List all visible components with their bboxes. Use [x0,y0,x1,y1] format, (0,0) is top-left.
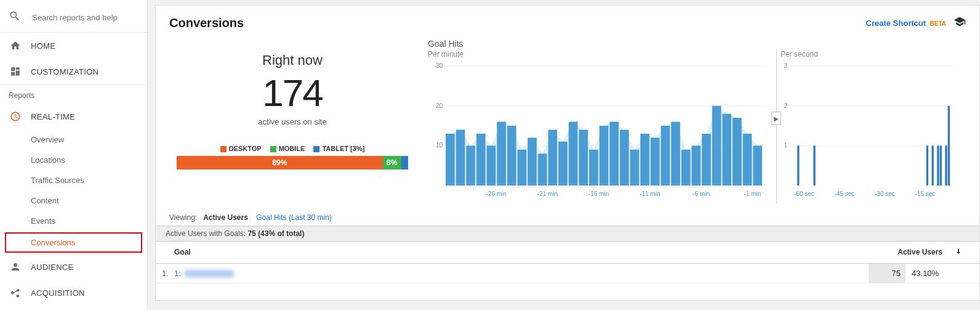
svg-rect-6 [446,134,455,186]
svg-rect-36 [753,145,762,186]
nav-customization-label: CUSTOMIZATION [31,67,98,76]
legend-tablet: TABLET [3%] [313,145,364,152]
svg-rect-17 [558,142,568,186]
svg-rect-24 [630,150,640,186]
nav-audience-label: AUDIENCE [31,263,74,272]
svg-rect-51 [926,145,928,186]
nav-home[interactable]: HOME [0,33,147,59]
bar-mobile: 8% [383,156,401,169]
svg-text:-16 min: -16 min [588,190,609,197]
nav-audience[interactable]: AUDIENCE [0,254,147,280]
nav-acquisition[interactable]: ACQUISITION [0,280,147,306]
svg-rect-15 [538,153,547,186]
col-active-users[interactable]: Active Users [881,242,949,263]
col-goal[interactable]: Goal [156,242,881,263]
bar-tablet [401,156,408,169]
svg-rect-27 [661,126,670,186]
home-icon [9,40,22,51]
goal-link[interactable]: 1: [174,269,234,278]
sidebar-item-events[interactable]: Events [0,211,147,231]
svg-rect-33 [722,114,731,186]
row-index: 1. [156,264,171,283]
svg-text:-15 sec: -15 sec [915,190,936,197]
table-row[interactable]: 1. 1: 75 43.10% [156,264,979,283]
nav-realtime[interactable]: REAL-TIME [0,104,147,129]
chart-per-second: ▶ Per second 123-60 sec-45 sec-30 sec-15… [776,50,966,203]
svg-text:10: 10 [436,142,443,149]
svg-text:30: 30 [436,62,443,69]
graduation-icon[interactable] [954,15,966,30]
viewing-link[interactable]: Goal Hits (Last 30 min) [256,213,332,222]
rightnow-value: 174 [169,71,416,115]
svg-rect-18 [569,122,578,186]
sidebar: HOME CUSTOMIZATION Reports REAL-TIME Ove… [0,0,148,310]
sidebar-item-conversions[interactable]: Conversions [5,232,142,253]
col-sort[interactable] [949,242,979,263]
header-actions: Create Shortcut BETA [866,15,966,30]
svg-rect-31 [702,134,711,186]
row-active-users: 75 [869,264,906,283]
svg-text:3: 3 [784,62,787,69]
svg-text:-1 min: -1 min [744,190,761,197]
svg-rect-16 [548,129,557,186]
svg-rect-14 [528,137,537,186]
page-title: Conversions [169,16,244,30]
svg-rect-32 [712,106,721,186]
goals-summary-bar: Active Users with Goals: 75 (43% of tota… [156,226,979,242]
svg-text:-6 min: -6 min [693,190,710,197]
svg-rect-11 [497,122,506,186]
table-head: Goal Active Users [156,242,979,264]
person-icon [9,261,22,272]
rightnow-sub: active users on site [169,117,416,126]
viewing-row: Viewing: Active Users Goal Hits (Last 30… [169,210,966,226]
svg-rect-54 [940,145,942,186]
per-second-label: Per second [781,50,966,59]
svg-text:20: 20 [436,102,443,109]
panel-header: Conversions Create Shortcut BETA [169,15,966,30]
sidebar-item-content[interactable]: Content [0,190,147,211]
chart-collapse-toggle[interactable]: ▶ [771,112,781,125]
sidebar-item-overview[interactable]: Overview [0,129,147,150]
per-minute-label: Per minute [428,50,773,59]
reports-header: Reports [0,85,147,104]
svg-text:-30 sec: -30 sec [875,190,895,197]
create-shortcut-link[interactable]: Create Shortcut BETA [866,17,946,28]
goals-table: Goal Active Users 1. 1: 75 43.10% [156,242,979,283]
panel: Conversions Create Shortcut BETA Right n… [155,5,980,301]
device-bar: 89% 8% [177,156,408,169]
goals-summary-prefix: Active Users with Goals: [166,229,246,238]
svg-text:-26 min: -26 min [486,190,507,197]
create-shortcut-label: Create Shortcut [866,18,926,28]
sidebar-item-traffic-sources[interactable]: Traffic Sources [0,170,147,190]
svg-rect-30 [691,145,701,186]
svg-rect-28 [671,122,680,186]
viewing-active[interactable]: Active Users [203,213,248,222]
main: Conversions Create Shortcut BETA Right n… [148,0,980,310]
chart-title: Goal Hits [428,39,966,49]
nav-customization[interactable]: CUSTOMIZATION [0,59,147,85]
row-goal: 1: [171,264,869,283]
sidebar-item-locations[interactable]: Locations [0,150,147,170]
dashboard-icon [9,66,22,77]
svg-rect-9 [476,134,486,186]
svg-text:1: 1 [784,142,787,149]
svg-rect-12 [507,126,516,186]
share-icon [9,287,22,298]
device-legend: DESKTOP MOBILE TABLET [3%] [169,145,416,152]
svg-rect-35 [743,134,752,186]
top-row: Right now 174 active users on site DESKT… [169,39,966,203]
search-icon [9,10,21,25]
svg-rect-7 [456,129,465,186]
svg-rect-50 [813,145,815,186]
svg-text:-45 sec: -45 sec [835,190,855,197]
nav-acquisition-label: ACQUISITION [31,288,85,298]
svg-text:-60 sec: -60 sec [794,190,814,197]
svg-text:-21 min: -21 min [537,190,558,197]
svg-rect-22 [609,122,619,186]
redacted-goal-name [185,270,234,277]
row-pct: 43.10% [906,264,979,283]
bar-desktop: 89% [177,156,383,169]
svg-text:-11 min: -11 min [640,190,660,197]
search-input[interactable] [32,13,131,22]
per-second-chart: 123-60 sec-45 sec-30 sec-15 sec [781,62,953,201]
